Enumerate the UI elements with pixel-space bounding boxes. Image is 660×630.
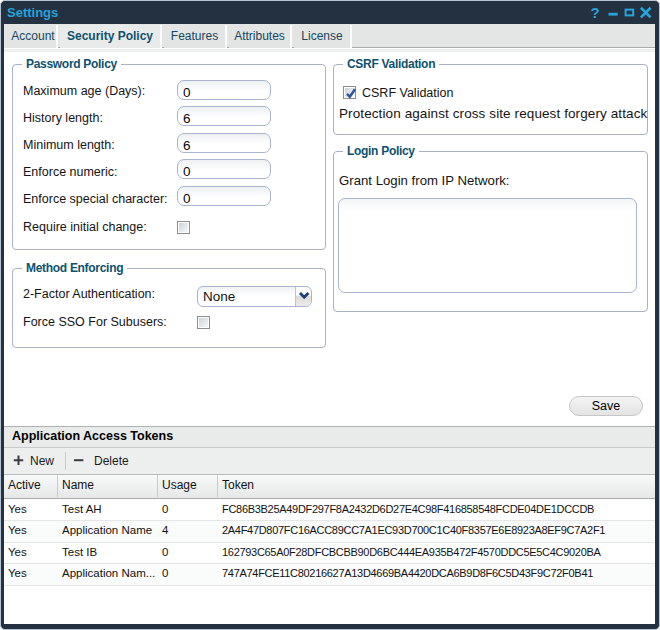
svg-text:?: ? (591, 4, 600, 21)
